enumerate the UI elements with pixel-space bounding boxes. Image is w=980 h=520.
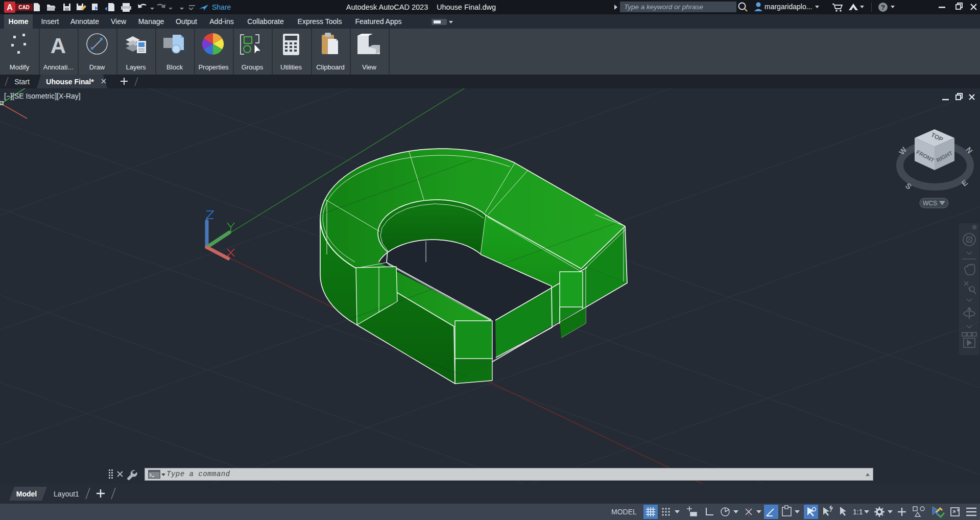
svg-text:margaridaplo...: margaridaplo... (764, 3, 812, 11)
svg-text:CAD: CAD (18, 5, 30, 10)
svg-text:Uhouse Final*: Uhouse Final* (46, 78, 94, 86)
svg-text:MODEL: MODEL (611, 508, 637, 516)
svg-text:Type a keyword or phrase: Type a keyword or phrase (624, 3, 703, 11)
svg-text:?: ? (881, 4, 885, 11)
svg-text:A: A (51, 34, 66, 58)
svg-text:Uhouse Final.dwg: Uhouse Final.dwg (437, 3, 496, 11)
svg-text:A: A (7, 3, 13, 12)
svg-text:Start: Start (14, 78, 30, 86)
svg-text:1:1: 1:1 (853, 508, 863, 516)
svg-text:WCS: WCS (923, 200, 937, 207)
svg-text:Model: Model (16, 490, 37, 498)
svg-text:Share: Share (212, 3, 231, 11)
svg-text:S: S (904, 181, 914, 191)
svg-text:E: E (960, 178, 969, 187)
svg-text:Layout1: Layout1 (54, 490, 79, 498)
svg-text:Autodesk AutoCAD 2023: Autodesk AutoCAD 2023 (346, 3, 428, 11)
